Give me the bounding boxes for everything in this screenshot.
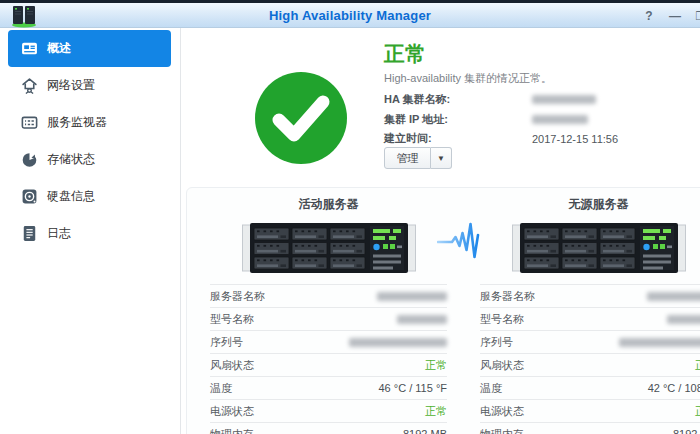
log-icon <box>21 225 38 242</box>
row-label: 服务器名称 <box>480 289 535 304</box>
cluster-info-row: 建立时间:2017-12-15 11:56 <box>384 129 684 149</box>
active-server-column: 活动服务器 服务器名称型号名称序列号风扇状态正常温度46 °C / 115 °F… <box>210 196 447 434</box>
status-ok-value: 正常 <box>425 358 447 373</box>
row-label: 温度 <box>210 381 232 396</box>
server-table-row: 温度46 °C / 115 °F <box>210 376 447 399</box>
minimize-icon[interactable]: — <box>668 9 682 23</box>
sidebar-item-label: 存储状态 <box>47 151 95 168</box>
cluster-info-row: HA 集群名称: <box>384 90 684 110</box>
server-table-row: 序列号 <box>210 330 447 353</box>
status-ok-value: 正常 <box>425 404 447 419</box>
active-server-table: 服务器名称型号名称序列号风扇状态正常温度46 °C / 115 °F电源状态正常… <box>210 284 447 434</box>
server-table-row: 风扇状态正常 <box>210 353 447 376</box>
sidebar-item-label: 服务监视器 <box>47 114 107 131</box>
server-table-row: 电源状态正常 <box>210 399 447 422</box>
passive-server-table: 服务器名称型号名称序列号风扇状态正常温度42 °C / 108 °F电源状态正常… <box>480 284 700 434</box>
maximize-icon[interactable]: ❒ <box>694 9 700 23</box>
redacted-value <box>349 338 447 347</box>
service-monitor-icon <box>21 114 38 131</box>
cluster-field-label: 建立时间: <box>384 131 532 146</box>
row-value: 46 °C / 115 °F <box>378 382 447 394</box>
row-label: 物理内存 <box>210 427 254 434</box>
cluster-field-label: HA 集群名称: <box>384 92 532 107</box>
cluster-info: HA 集群名称:集群 IP 地址:建立时间:2017-12-15 11:56 <box>384 90 684 149</box>
server-table-row: 电源状态正常 <box>480 399 700 422</box>
row-value: 8192 MB <box>403 428 447 434</box>
redacted-value <box>377 292 447 301</box>
row-label: 风扇状态 <box>210 358 254 373</box>
sidebar-item-service-monitor[interactable]: 服务监视器 <box>8 104 171 141</box>
server-table-row: 服务器名称 <box>480 284 700 307</box>
row-label: 温度 <box>480 381 502 396</box>
row-label: 服务器名称 <box>210 289 265 304</box>
passive-server-column: 无源服务器 服务器名称型号名称序列号风扇状态正常温度42 °C / 108 °F… <box>480 196 700 434</box>
sidebar-item-network-settings[interactable]: 网络设置 <box>8 67 171 104</box>
row-value: 8192 MB <box>673 428 700 434</box>
cluster-info-row: 集群 IP 地址: <box>384 110 684 130</box>
server-table-row: 服务器名称 <box>210 284 447 307</box>
redacted-value <box>667 315 700 324</box>
row-label: 序列号 <box>210 335 243 350</box>
row-label: 序列号 <box>480 335 513 350</box>
network-icon <box>21 77 38 94</box>
redacted-value <box>532 95 596 104</box>
status-ok-icon <box>255 72 347 164</box>
window-title: High Availability Manager <box>0 8 700 23</box>
heartbeat-icon <box>437 221 483 261</box>
sidebar-item-label: 网络设置 <box>47 77 95 94</box>
status-ok-value: 正常 <box>695 358 700 373</box>
row-label: 电源状态 <box>480 404 524 419</box>
manage-split-button: 管理 ▼ <box>384 147 452 169</box>
window-title-bar: High Availability Manager ?—❒ <box>0 0 700 28</box>
disk-info-icon <box>21 188 38 205</box>
sidebar-item-label: 硬盘信息 <box>47 188 95 205</box>
server-table-row: 物理内存8192 MB <box>210 422 447 434</box>
server-table-row: 型号名称 <box>210 307 447 330</box>
server-table-row: 序列号 <box>480 330 700 353</box>
sidebar: 概述网络设置服务监视器存储状态硬盘信息日志 <box>0 28 181 434</box>
server-table-row: 温度42 °C / 108 °F <box>480 376 700 399</box>
status-heading: 正常 <box>384 40 426 68</box>
server-illustration <box>512 223 686 273</box>
row-label: 电源状态 <box>210 404 254 419</box>
redacted-value <box>647 292 700 301</box>
manage-dropdown-caret[interactable]: ▼ <box>431 147 452 169</box>
server-table-row: 型号名称 <box>480 307 700 330</box>
server-illustration <box>242 223 416 273</box>
sidebar-item-storage-status[interactable]: 存储状态 <box>8 141 171 178</box>
sidebar-item-log[interactable]: 日志 <box>8 215 171 252</box>
server-table-row: 风扇状态正常 <box>480 353 700 376</box>
sidebar-item-label: 概述 <box>47 40 71 57</box>
redacted-value <box>619 338 700 347</box>
row-label: 物理内存 <box>480 427 524 434</box>
sidebar-item-label: 日志 <box>47 225 71 242</box>
status-ok-value: 正常 <box>695 404 700 419</box>
manage-button[interactable]: 管理 <box>384 147 431 169</box>
cluster-field-value: 2017-12-15 11:56 <box>532 133 618 145</box>
servers-panel: 活动服务器 服务器名称型号名称序列号风扇状态正常温度46 °C / 115 °F… <box>186 187 700 434</box>
row-label: 型号名称 <box>210 312 254 327</box>
redacted-value <box>397 315 447 324</box>
storage-status-icon <box>21 151 38 168</box>
sidebar-item-disk-info[interactable]: 硬盘信息 <box>8 178 171 215</box>
row-label: 风扇状态 <box>480 358 524 373</box>
row-value: 42 °C / 108 °F <box>648 382 700 394</box>
active-server-title: 活动服务器 <box>210 196 447 212</box>
redacted-value <box>532 115 588 124</box>
passive-server-title: 无源服务器 <box>480 196 700 212</box>
server-table-row: 物理内存8192 MB <box>480 422 700 434</box>
sidebar-item-overview[interactable]: 概述 <box>8 30 171 67</box>
overview-icon <box>21 40 38 57</box>
status-description: High-availability 集群的情况正常。 <box>384 71 552 86</box>
row-label: 型号名称 <box>480 312 524 327</box>
help-icon[interactable]: ? <box>642 9 656 23</box>
cluster-field-label: 集群 IP 地址: <box>384 112 532 127</box>
